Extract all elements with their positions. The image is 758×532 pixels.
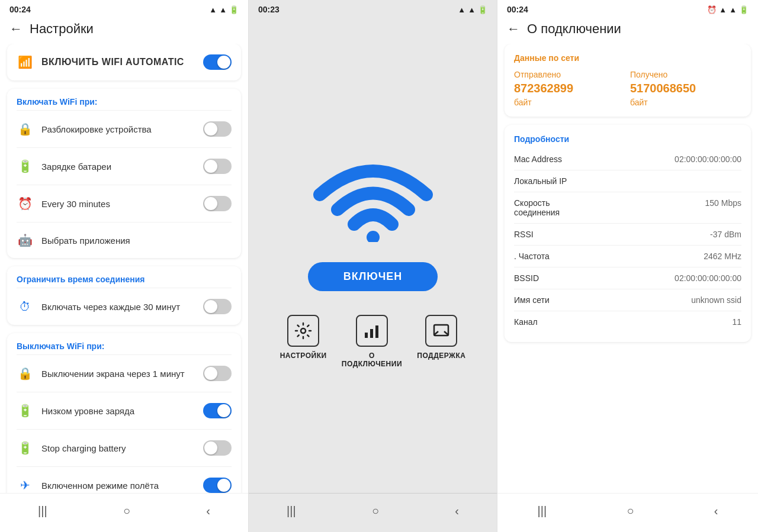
channel-row: Канал 11	[514, 311, 741, 333]
ssid-val: unknown ssid	[618, 295, 741, 305]
right-panel: 00:24 ⏰ ▲ ▲ 🔋 ← О подключении Данные по …	[497, 0, 758, 532]
settings-nav-item[interactable]: НАСТРОЙКИ	[280, 315, 327, 368]
network-data-card: Данные по сети Отправлено Получено 87236…	[505, 44, 751, 117]
center-panel: 00:23 ▲ ▲ 🔋 ВКЛЮЧЕН	[249, 0, 497, 532]
every30-toggle[interactable]	[203, 196, 232, 211]
every30-label: Every 30 minutes	[41, 199, 195, 209]
right-scroll[interactable]: Данные по сети Отправлено Получено 87236…	[497, 44, 758, 493]
interval-toggle[interactable]	[203, 299, 232, 314]
screen-off-toggle[interactable]	[203, 366, 232, 381]
network-data-title: Данные по сети	[514, 53, 741, 63]
wifi-graphic	[308, 141, 438, 244]
apps-toggle-row: 🤖 Выбрать приложения	[7, 223, 241, 258]
right-alarm-icon: ⏰	[707, 5, 717, 14]
center-main: ВКЛЮЧЕН НАСТРОЙКИ	[249, 17, 497, 493]
lock-icon: 🔒	[17, 122, 33, 136]
settings-label: НАСТРОЙКИ	[280, 352, 327, 360]
stop-charging-toggle[interactable]	[203, 440, 232, 456]
sent-label: Отправлено	[514, 70, 625, 79]
page-title: Настройки	[30, 21, 94, 37]
center-nav-menu[interactable]: |||	[275, 502, 308, 520]
center-nav-back[interactable]: ‹	[443, 502, 471, 520]
mac-val: 02:00:00:00:00:00	[618, 154, 741, 164]
ssid-key: Имя сети	[514, 295, 618, 305]
wifi-auto-toggle-row: 📶 ВКЛЮЧИТЬ WIFI AUTOMATIC	[7, 44, 241, 80]
details-card: Подробности Mac Address 02:00:00:00:00:0…	[505, 125, 751, 342]
speed-key: Скоростьсоединения	[514, 198, 618, 217]
right-battery-icon: 🔋	[739, 5, 749, 14]
svg-rect-4	[375, 325, 378, 338]
screen-off-label: Выключении экрана через 1 минут	[41, 369, 195, 379]
left-time: 00:24	[9, 5, 31, 14]
wifi-on-card: Включать WiFi при: 🔒 Разблокировке устро…	[7, 89, 241, 258]
unlock-toggle[interactable]	[203, 121, 232, 137]
received-label: Получено	[630, 70, 741, 79]
right-back-button[interactable]: ←	[507, 21, 520, 37]
left-status-icons: ▲ ▲ 🔋	[209, 5, 239, 14]
received-unit: байт	[630, 98, 741, 107]
right-nav-menu[interactable]: |||	[526, 502, 559, 520]
bssid-key: BSSID	[514, 273, 618, 283]
right-page-title: О подключении	[527, 21, 621, 37]
low-battery-label: Низком уровне заряда	[41, 406, 195, 416]
clock-icon: ⏰	[17, 196, 33, 211]
left-status-bar: 00:24 ▲ ▲ 🔋	[0, 0, 248, 17]
low-battery-toggle[interactable]	[203, 403, 232, 418]
connection-nav-item[interactable]: ОПОДКЛЮЧЕНИИ	[342, 315, 402, 368]
center-wifi-icon: ▲	[468, 5, 476, 14]
left-nav-back[interactable]: ‹	[194, 502, 222, 520]
right-wifi-icon: ▲	[729, 5, 737, 14]
stop-charging-label: Stop charging battery	[41, 443, 195, 453]
svg-rect-2	[365, 333, 368, 338]
right-top-bar: ← О подключении	[497, 17, 758, 44]
screen-off-toggle-row: 🔒 Выключении экрана через 1 минут	[7, 355, 241, 392]
center-time: 00:23	[258, 5, 280, 14]
right-time: 00:24	[507, 5, 528, 14]
right-nav-back[interactable]: ‹	[702, 502, 730, 520]
channel-val: 11	[618, 317, 741, 327]
wifi-auto-label: ВКЛЮЧИТЬ WIFI AUTOMATIC	[41, 57, 195, 67]
left-scroll[interactable]: 📶 ВКЛЮЧИТЬ WIFI AUTOMATIC Включать WiFi …	[0, 44, 248, 493]
connection-icon-box	[356, 315, 388, 347]
svg-point-0	[367, 231, 380, 242]
left-nav-home[interactable]: ○	[111, 502, 142, 520]
airplane-icon: ✈	[17, 478, 33, 492]
low-battery-icon: 🔋	[17, 404, 33, 418]
right-status-icons: ⏰ ▲ ▲ 🔋	[707, 5, 749, 14]
speed-val: 150 Mbps	[618, 198, 741, 208]
details-title: Подробности	[514, 134, 741, 144]
unlock-label: Разблокировке устройства	[41, 124, 195, 134]
right-bottom-nav: ||| ○ ‹	[497, 493, 758, 532]
enabled-button[interactable]: ВКЛЮЧЕН	[308, 262, 438, 291]
center-nav-home[interactable]: ○	[360, 502, 391, 520]
wifi-auto-icon: 📶	[17, 55, 33, 69]
right-status-bar: 00:24 ⏰ ▲ ▲ 🔋	[497, 0, 758, 17]
back-button[interactable]: ←	[9, 21, 23, 37]
stop-charge-icon: 🔋	[17, 441, 33, 455]
svg-rect-3	[370, 329, 373, 338]
settings-icon-box	[287, 315, 319, 347]
rssi-row: RSSI -37 dBm	[514, 224, 741, 246]
charging-on-toggle[interactable]	[203, 159, 232, 174]
bottom-icons-row: НАСТРОЙКИ ОПОДКЛЮЧЕНИИ	[261, 315, 485, 368]
airplane-toggle[interactable]	[203, 478, 232, 493]
speed-row: Скоростьсоединения 150 Mbps	[514, 192, 741, 224]
local-ip-row: Локальный IP	[514, 170, 741, 192]
timer-icon: ⏱	[17, 300, 33, 314]
sent-value: 872362899	[514, 82, 625, 95]
unlock-toggle-row: 🔒 Разблокировке устройства	[7, 111, 241, 147]
freq-key: . Частота	[514, 252, 618, 261]
wifi-off-header: Выключать WiFi при:	[7, 333, 241, 354]
left-nav-menu[interactable]: |||	[26, 502, 59, 520]
right-nav-home[interactable]: ○	[615, 502, 645, 520]
charging-on-toggle-row: 🔋 Зарядке батареи	[7, 148, 241, 185]
support-nav-item[interactable]: ПОДДЕРЖКА	[417, 315, 465, 368]
battery-icon: 🔋	[229, 5, 239, 14]
charging-on-label: Зарядке батареи	[41, 162, 195, 172]
stats-grid: Отправлено Получено 872362899 5170068650…	[514, 70, 741, 107]
center-bottom-nav: ||| ○ ‹	[249, 493, 497, 532]
wifi-auto-toggle[interactable]	[203, 54, 232, 70]
wifi-signal-icon: ▲	[219, 5, 227, 14]
freq-row: . Частота 2462 MHz	[514, 246, 741, 267]
mac-row: Mac Address 02:00:00:00:00:00	[514, 149, 741, 170]
